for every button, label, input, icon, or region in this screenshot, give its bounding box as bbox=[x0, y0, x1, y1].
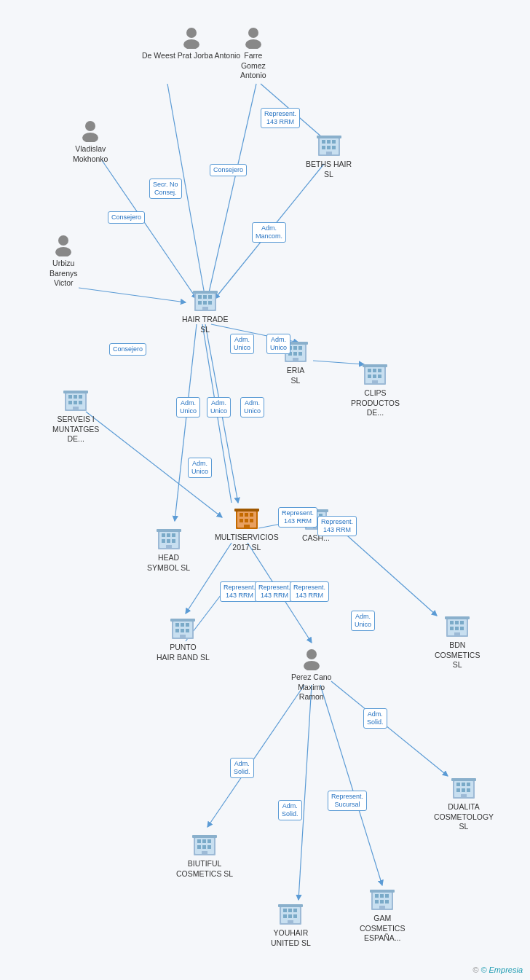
svg-rect-127 bbox=[450, 627, 454, 630]
svg-rect-81 bbox=[63, 391, 88, 393]
svg-rect-68 bbox=[373, 375, 376, 378]
svg-rect-96 bbox=[172, 533, 175, 537]
badge-adm-mancom[interactable]: Adm.Mancom. bbox=[252, 222, 286, 243]
node-vladislav[interactable]: VladislavMokhonko bbox=[73, 119, 108, 164]
badge-adm-solid-3[interactable]: Adm.Solid. bbox=[278, 800, 302, 820]
badge-represent-3[interactable]: Represent.143 RRM bbox=[317, 516, 357, 536]
svg-rect-165 bbox=[380, 894, 384, 898]
svg-rect-116 bbox=[186, 623, 189, 627]
badge-adm-unico-7[interactable]: Adm.Unico bbox=[351, 611, 375, 631]
node-urbizu-label: UrbizuBarenysVictor bbox=[50, 259, 78, 289]
svg-rect-66 bbox=[378, 369, 381, 372]
badge-consejero-3[interactable]: Consejero bbox=[109, 343, 146, 356]
svg-rect-59 bbox=[298, 352, 302, 356]
svg-rect-149 bbox=[467, 788, 470, 792]
svg-point-25 bbox=[245, 39, 261, 49]
node-gam[interactable]: GAMCOSMETICSESPAÑA... bbox=[360, 885, 405, 944]
svg-rect-91 bbox=[234, 509, 259, 511]
badge-adm-unico-5[interactable]: Adm.Unico bbox=[240, 397, 264, 418]
node-head-symbol[interactable]: HEADSYMBOL SL bbox=[147, 525, 190, 573]
node-bdn[interactable]: BDNCOSMETICSSL bbox=[435, 612, 480, 670]
svg-line-15 bbox=[335, 525, 437, 616]
svg-rect-37 bbox=[322, 146, 325, 149]
badge-consejero-1[interactable]: Consejero bbox=[210, 164, 247, 176]
svg-rect-67 bbox=[368, 375, 371, 378]
badge-adm-unico-6[interactable]: Adm.Unico bbox=[188, 458, 212, 478]
svg-rect-158 bbox=[288, 914, 292, 918]
svg-rect-126 bbox=[460, 621, 464, 624]
svg-rect-156 bbox=[293, 909, 297, 912]
node-dualita[interactable]: DUALITACOSMETOLOGYSL bbox=[434, 774, 494, 832]
svg-rect-60 bbox=[293, 358, 298, 362]
node-youhair-label: YOUHAIRUNITED SL bbox=[271, 928, 311, 948]
badge-adm-unico-2[interactable]: Adm.Unico bbox=[266, 334, 290, 354]
node-youhair[interactable]: YOUHAIRUNITED SL bbox=[271, 900, 311, 948]
node-farre[interactable]: FarreGomezAntonio bbox=[240, 26, 266, 81]
building-icon bbox=[316, 131, 342, 157]
badge-represent-4[interactable]: Represent.143 RRM bbox=[220, 581, 259, 602]
node-dualita-label: DUALITACOSMETOLOGYSL bbox=[434, 802, 494, 832]
svg-rect-157 bbox=[283, 914, 287, 918]
node-serveis[interactable]: SERVEIS IMUNTATGESDE... bbox=[52, 386, 99, 444]
badge-consejero-2[interactable]: Consejero bbox=[108, 211, 145, 224]
badge-represent-sucursal[interactable]: Represent.Sucursal bbox=[328, 791, 367, 811]
badge-represent-2[interactable]: Represent.143 RRM bbox=[278, 507, 317, 528]
svg-line-17 bbox=[298, 685, 312, 900]
badge-represent-6[interactable]: Represent.143 RRM bbox=[290, 581, 329, 602]
node-farre-label: FarreGomezAntonio bbox=[240, 51, 266, 81]
node-vladislav-label: VladislavMokhonko bbox=[73, 144, 108, 164]
badge-represent-5[interactable]: Represent.143 RRM bbox=[255, 581, 294, 602]
svg-rect-117 bbox=[175, 629, 179, 632]
badge-adm-unico-3[interactable]: Adm.Unico bbox=[176, 397, 200, 418]
node-clips-label: CLIPSPRODUCTOSDE... bbox=[351, 388, 400, 418]
badge-adm-solid-2[interactable]: Adm.Solid. bbox=[230, 758, 254, 778]
svg-rect-131 bbox=[445, 616, 470, 619]
badge-adm-unico-4[interactable]: Adm.Unico bbox=[207, 397, 231, 418]
person-icon bbox=[180, 26, 203, 49]
svg-rect-144 bbox=[456, 783, 460, 786]
svg-rect-119 bbox=[186, 629, 189, 632]
svg-rect-65 bbox=[373, 369, 376, 372]
svg-rect-49 bbox=[208, 301, 212, 305]
node-beths-hair[interactable]: BETHS HAIRSL bbox=[306, 131, 352, 179]
node-de-weest[interactable]: De Weest Prat Jorba Antonio bbox=[142, 26, 240, 61]
svg-rect-56 bbox=[298, 346, 302, 350]
building-icon bbox=[451, 774, 477, 800]
svg-rect-155 bbox=[288, 909, 292, 912]
svg-point-27 bbox=[82, 133, 98, 142]
building-icon bbox=[170, 614, 196, 640]
node-clips[interactable]: CLIPSPRODUCTOSDE... bbox=[351, 360, 400, 418]
svg-rect-161 bbox=[278, 904, 303, 907]
svg-rect-55 bbox=[293, 346, 297, 350]
badge-adm-solid-1[interactable]: Adm.Solid. bbox=[363, 708, 387, 729]
node-punto-hair[interactable]: PUNTOHAIR BAND SL bbox=[157, 614, 210, 662]
svg-rect-39 bbox=[332, 146, 336, 149]
node-perez-cano-label: Perez CanoMaximoRamon bbox=[291, 673, 331, 702]
svg-rect-78 bbox=[74, 401, 77, 404]
svg-rect-48 bbox=[203, 301, 207, 305]
svg-rect-141 bbox=[192, 835, 217, 838]
svg-rect-171 bbox=[370, 890, 395, 893]
svg-rect-128 bbox=[455, 627, 459, 630]
svg-rect-154 bbox=[283, 909, 287, 912]
building-icon bbox=[192, 286, 218, 313]
node-multiservicios[interactable]: MULTISERVICIOS2017 SL bbox=[215, 504, 279, 552]
node-urbizu[interactable]: UrbizuBarenysVictor bbox=[50, 233, 78, 289]
svg-rect-118 bbox=[181, 629, 184, 632]
node-biutiful[interactable]: BIUTIFULCOSMETICS SL bbox=[176, 831, 233, 879]
svg-rect-89 bbox=[250, 519, 253, 522]
building-icon bbox=[444, 612, 470, 638]
badge-secr-no-consej[interactable]: Secr. NoConsej. bbox=[149, 179, 182, 199]
svg-rect-120 bbox=[180, 635, 186, 639]
badge-adm-unico-1[interactable]: Adm.Unico bbox=[230, 334, 254, 354]
node-perez-cano[interactable]: Perez CanoMaximoRamon bbox=[291, 647, 331, 702]
svg-rect-47 bbox=[198, 301, 202, 305]
svg-point-30 bbox=[306, 649, 317, 659]
svg-line-4 bbox=[79, 288, 186, 302]
building-icon bbox=[156, 525, 182, 551]
svg-rect-74 bbox=[68, 395, 72, 399]
svg-rect-121 bbox=[170, 619, 195, 622]
svg-rect-151 bbox=[451, 778, 476, 781]
node-hair-trade[interactable]: HAIR TRADESL bbox=[182, 286, 228, 334]
badge-represent-1[interactable]: Represent.143 RRM bbox=[261, 108, 300, 128]
